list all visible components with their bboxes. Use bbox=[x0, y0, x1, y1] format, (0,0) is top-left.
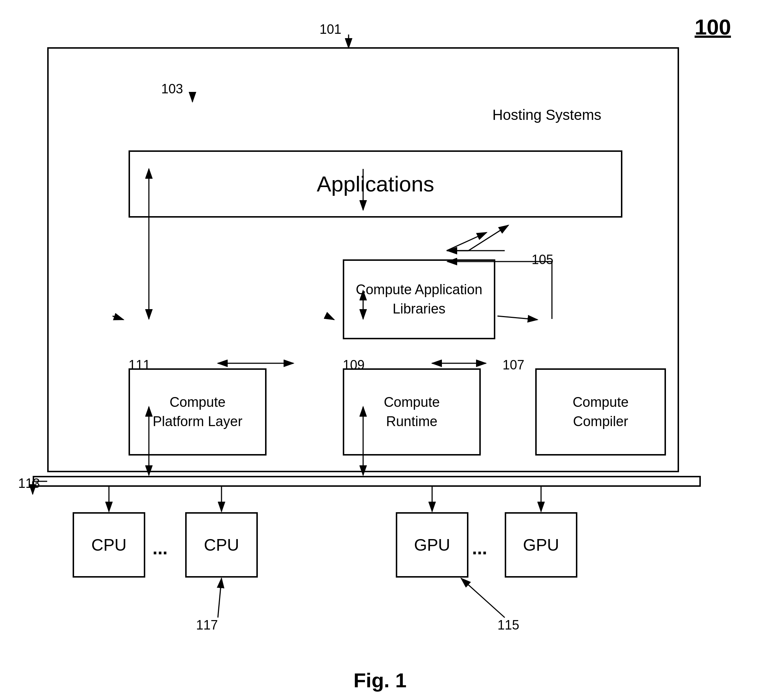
cr-label: ComputeRuntime bbox=[384, 393, 440, 431]
cal-label: Compute ApplicationLibraries bbox=[356, 280, 482, 319]
gpu-box-1: GPU bbox=[396, 512, 468, 578]
cr-box: ComputeRuntime bbox=[343, 368, 481, 456]
hosting-label: Hosting Systems bbox=[492, 107, 601, 123]
svg-line-21 bbox=[218, 578, 222, 617]
cpu-box-2: CPU bbox=[185, 512, 258, 578]
svg-line-22 bbox=[461, 578, 505, 617]
ref-105: 105 bbox=[532, 252, 553, 267]
ref-103: 103 bbox=[161, 81, 183, 97]
figure-number: 100 bbox=[694, 14, 731, 40]
applications-box: Applications bbox=[128, 150, 623, 217]
gpu-box-2: GPU bbox=[505, 512, 577, 578]
gpu-label-1: GPU bbox=[414, 535, 450, 555]
applications-label: Applications bbox=[317, 172, 434, 197]
bus-line bbox=[33, 476, 701, 487]
cal-box: Compute ApplicationLibraries bbox=[343, 259, 495, 339]
cpl-label: ComputePlatform Layer bbox=[153, 393, 242, 431]
cc-box: ComputeCompiler bbox=[535, 368, 666, 456]
ref-115: 115 bbox=[498, 617, 519, 633]
ref-117: 117 bbox=[196, 617, 218, 633]
cc-label: ComputeCompiler bbox=[573, 393, 629, 431]
cpu-box-1: CPU bbox=[73, 512, 145, 578]
ref-107: 107 bbox=[503, 358, 524, 373]
figure-caption: Fig. 1 bbox=[353, 669, 406, 692]
dots-cpu: ... bbox=[153, 538, 168, 559]
page-container: 100 101 Hosting Systems 103 Applications… bbox=[0, 0, 760, 700]
cpl-box: ComputePlatform Layer bbox=[128, 368, 267, 456]
dots-gpu: ... bbox=[472, 538, 487, 559]
ref-101: 101 bbox=[320, 22, 341, 37]
ref-113: 113 bbox=[18, 476, 40, 491]
hosting-systems-box: Hosting Systems 103 Applications Compute… bbox=[47, 47, 679, 472]
cpu-label-1: CPU bbox=[91, 535, 126, 555]
gpu-label-2: GPU bbox=[523, 535, 559, 555]
cpu-label-2: CPU bbox=[204, 535, 239, 555]
